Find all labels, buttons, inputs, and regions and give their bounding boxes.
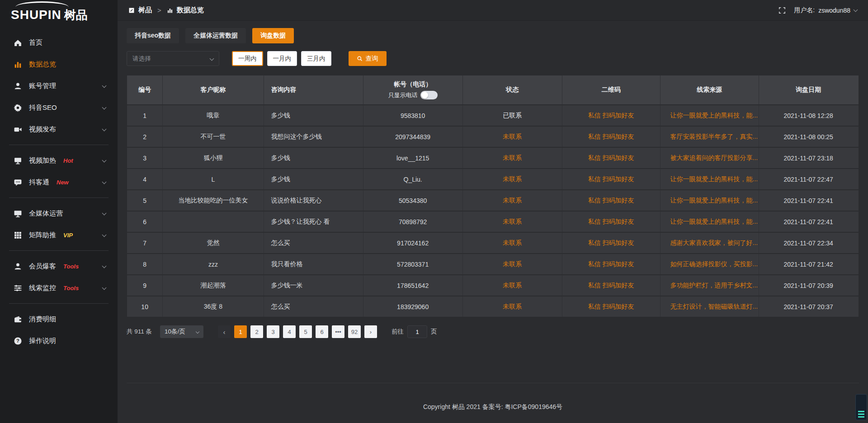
- chat-icon: [14, 178, 22, 187]
- page-button-4[interactable]: 4: [283, 325, 296, 338]
- cell-source-link[interactable]: 感谢大家喜欢我家，被问了好...: [660, 233, 759, 253]
- range-button-3[interactable]: 三月内: [301, 51, 331, 66]
- page-button-92[interactable]: 92: [348, 325, 361, 338]
- cell-status: 未联系: [463, 296, 562, 317]
- cell-qrcode-link[interactable]: 私信 扫码加好友: [562, 296, 660, 317]
- cell-qrcode-link[interactable]: 私信 扫码加好友: [562, 148, 660, 168]
- query-button[interactable]: 查询: [349, 51, 387, 66]
- sidebar-item-douyin-seo[interactable]: 抖音SEO: [0, 97, 118, 118]
- cell-status: 未联系: [463, 148, 562, 168]
- cell-date: 2021-11-08 12:28: [759, 105, 858, 126]
- phone-toggle-label: 只显示电话: [388, 91, 418, 99]
- cell-source-link[interactable]: 让你一眼就爱上的黑科技，能...: [660, 212, 759, 232]
- table-row: 8zzz我只看价格572803371未联系私信 扫码加好友如何正确选择投影仪，买…: [127, 253, 859, 274]
- sidebar-item-video-publish[interactable]: 视频发布: [0, 118, 118, 140]
- cell-account: 50534380: [363, 190, 463, 211]
- chevron-down-icon: [102, 84, 107, 88]
- top-header: 树品 > 数据总览 用户名: zswodun88: [118, 0, 868, 21]
- sidebar-item-label: 会员爆客: [29, 262, 56, 271]
- sidebar-item-badge: VIP: [63, 232, 73, 239]
- cell-id: 5: [127, 190, 163, 211]
- range-button-1[interactable]: 一周内: [232, 51, 263, 66]
- cell-nickname: 狐小狸: [163, 148, 264, 168]
- cell-qrcode-link[interactable]: 私信 扫码加好友: [562, 105, 660, 126]
- cell-qrcode-link[interactable]: 私信 扫码加好友: [562, 127, 660, 147]
- sidebar-item-video-heat[interactable]: 视频加热Hot: [0, 150, 118, 171]
- page-ellipsis[interactable]: •••: [332, 325, 344, 338]
- widget-bar: [858, 416, 864, 418]
- sidebar-item-consume-detail[interactable]: 消费明细: [0, 308, 118, 330]
- page-button-3[interactable]: 3: [267, 325, 279, 338]
- cell-id: 4: [127, 169, 163, 189]
- sidebar-item-badge: Hot: [63, 157, 73, 164]
- fullscreen-icon[interactable]: [778, 7, 786, 14]
- cell-source-link[interactable]: 如何正确选择投影仪，买投影...: [660, 254, 759, 274]
- sidebar-divider: [9, 197, 108, 198]
- cell-qrcode-link[interactable]: 私信 扫码加好友: [562, 233, 660, 253]
- table-row: 1036度 8怎么买183929060未联系私信 扫码加好友无主灯设计，智能磁吸…: [127, 296, 859, 317]
- app-root: SHUPIN 树品 首页数据总览账号管理抖音SEO视频发布视频加热Hot抖客通N…: [0, 0, 868, 423]
- inquiry-table: 编号 客户昵称 咨询内容 帐号（电话） 只显示电话 状态 二维码: [127, 75, 859, 317]
- sidebar-item-help[interactable]: ?操作说明: [0, 330, 118, 352]
- next-page-button[interactable]: ›: [364, 325, 377, 338]
- video-icon: [14, 125, 22, 134]
- tab-douyin-seo-data[interactable]: 抖音seo数据: [127, 28, 179, 43]
- chevron-down-icon: [196, 330, 199, 334]
- cell-status: 未联系: [463, 127, 562, 147]
- sidebar-item-account-manage[interactable]: 账号管理: [0, 75, 118, 97]
- user-dropdown[interactable]: 用户名: zswodun88: [794, 6, 857, 14]
- cell-qrcode-link[interactable]: 私信 扫码加好友: [562, 190, 660, 211]
- page-size-select[interactable]: 10条/页: [160, 325, 203, 338]
- range-button-2[interactable]: 一月内: [267, 51, 297, 66]
- tab-inquiry-data[interactable]: 询盘数据: [252, 28, 294, 43]
- filter-select[interactable]: 请选择: [127, 51, 219, 66]
- sidebar-divider: [9, 303, 108, 304]
- page-button-1[interactable]: 1: [234, 325, 247, 338]
- goto-page-input[interactable]: [407, 325, 427, 338]
- cell-content: 说说价格让我死心: [264, 190, 363, 211]
- sidebar-item-label: 抖音SEO: [29, 103, 57, 112]
- brand-logo: SHUPIN 树品: [0, 0, 118, 27]
- username-value: zswodun88: [818, 7, 850, 14]
- monitor-icon: [14, 209, 22, 218]
- cell-qrcode-link[interactable]: 私信 扫码加好友: [562, 275, 660, 296]
- sidebar-item-member-baoke[interactable]: 会员爆客Tools: [0, 255, 118, 277]
- prev-page-button[interactable]: ‹: [218, 325, 231, 338]
- bar-chart-icon: [167, 7, 173, 14]
- gear-icon: [14, 103, 22, 112]
- breadcrumb-item-home[interactable]: 树品: [138, 6, 152, 14]
- col-status: 状态: [463, 75, 562, 104]
- page-button-2[interactable]: 2: [250, 325, 263, 338]
- cell-source-link[interactable]: 让你一眼就爱上的黑科技，能...: [660, 190, 759, 211]
- phone-only-toggle[interactable]: [420, 91, 438, 99]
- sidebar-menu: 首页数据总览账号管理抖音SEO视频发布视频加热Hot抖客通New全媒体运营矩阵助…: [0, 27, 118, 352]
- main-area: 树品 > 数据总览 用户名: zswodun88 抖音seo数据全媒体运营数: [118, 0, 868, 423]
- sidebar-item-matrix-boost[interactable]: 矩阵助推VIP: [0, 224, 118, 246]
- cell-account: love__1215: [363, 148, 463, 168]
- sidebar-item-media-ops[interactable]: 全媒体运营: [0, 202, 118, 224]
- cell-status: 未联系: [463, 190, 562, 211]
- sidebar-item-douketong[interactable]: 抖客通New: [0, 171, 118, 193]
- cell-qrcode-link[interactable]: 私信 扫码加好友: [562, 254, 660, 274]
- chevron-down-icon: [102, 158, 107, 163]
- tab-media-ops-data[interactable]: 全媒体运营数据: [185, 28, 246, 43]
- cell-source-link[interactable]: 被大家追着问的客厅投影分享...: [660, 148, 759, 168]
- sidebar-item-home[interactable]: 首页: [0, 32, 118, 53]
- floating-widget[interactable]: [855, 394, 867, 420]
- chevron-down-icon: [102, 105, 107, 110]
- cell-qrcode-link[interactable]: 私信 扫码加好友: [562, 212, 660, 232]
- breadcrumb-item-current[interactable]: 数据总览: [177, 6, 204, 14]
- logo-text-en: SHUPIN: [11, 8, 61, 22]
- cell-source-link[interactable]: 让你一眼就爱上的黑科技，能...: [660, 105, 759, 126]
- cell-status: 已联系: [463, 105, 562, 126]
- cell-source-link[interactable]: 无主灯设计，智能磁吸轨道灯...: [660, 296, 759, 317]
- chevron-down-icon: [854, 7, 858, 12]
- page-button-5[interactable]: 5: [299, 325, 312, 338]
- cell-qrcode-link[interactable]: 私信 扫码加好友: [562, 169, 660, 189]
- sidebar-item-clue-monitor[interactable]: 线索监控Tools: [0, 277, 118, 299]
- cell-source-link[interactable]: 多功能护栏灯，适用于乡村文...: [660, 275, 759, 296]
- cell-source-link[interactable]: 客厅安装投影半年多了，真实...: [660, 127, 759, 147]
- sidebar-item-data-overview[interactable]: 数据总览: [0, 53, 118, 75]
- page-button-6[interactable]: 6: [316, 325, 328, 338]
- cell-source-link[interactable]: 让你一眼就爱上的黑科技，能...: [660, 169, 759, 189]
